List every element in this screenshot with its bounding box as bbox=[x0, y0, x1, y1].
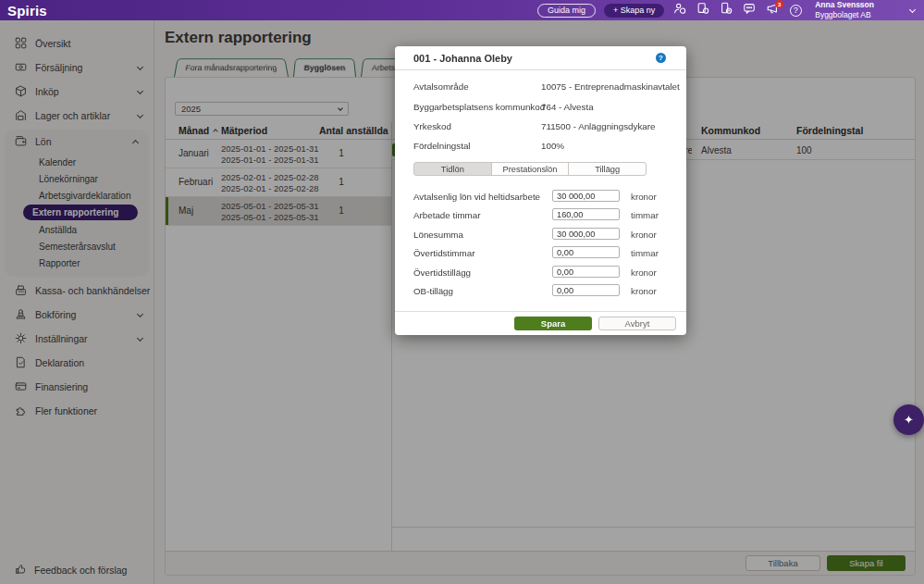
user-search-button[interactable] bbox=[672, 3, 687, 18]
user-menu[interactable]: Anna Svensson Byggbolaget AB bbox=[815, 0, 874, 19]
assistant-fab[interactable]: ✦ bbox=[893, 404, 924, 435]
user-menu-chevron-icon[interactable] bbox=[909, 6, 916, 12]
create-new-button[interactable]: + Skapa ny bbox=[604, 4, 664, 18]
tab-prestationslon[interactable]: Prestationslön bbox=[491, 162, 570, 176]
modal-header: 001 - Johanna Oleby ? bbox=[395, 46, 686, 70]
input-label: OB-tillägg bbox=[413, 286, 453, 296]
tab-tidlon[interactable]: Tidlön bbox=[413, 162, 492, 176]
input-arbetade-timmar[interactable] bbox=[552, 208, 620, 220]
input-lonesumma[interactable] bbox=[552, 228, 620, 240]
modal-footer: Spara Avbryt bbox=[395, 311, 686, 335]
sparkle-icon: ✦ bbox=[904, 413, 914, 427]
field-label: Byggarbetsplatsens kommunkod bbox=[413, 102, 545, 112]
employee-modal: 001 - Johanna Oleby ? Avtalsområde 10075… bbox=[395, 46, 686, 335]
field-value: 711500 - Anläggningsdykare bbox=[541, 121, 655, 131]
field-value: 10075 - Entreprenadmaskinavtalet bbox=[541, 81, 680, 92]
input-unit: kronor bbox=[631, 192, 657, 202]
user-search-icon bbox=[673, 2, 686, 19]
topbar-actions: Guida mig + Skapa ny 3 ? Anna Svensson B… bbox=[537, 0, 917, 19]
info-icon[interactable]: ? bbox=[656, 53, 666, 63]
company-switch-button[interactable] bbox=[696, 3, 710, 18]
input-overtidstimmar[interactable] bbox=[552, 246, 620, 258]
notifications-button[interactable]: 3 bbox=[765, 3, 780, 18]
history-button[interactable] bbox=[719, 3, 733, 18]
notification-badge: 3 bbox=[775, 0, 783, 8]
modal-title: 001 - Johanna Oleby bbox=[413, 53, 512, 64]
tab-tillagg[interactable]: Tillägg bbox=[568, 162, 647, 176]
user-name: Anna Svensson bbox=[815, 0, 874, 10]
input-unit: kronor bbox=[631, 267, 657, 278]
messages-button[interactable] bbox=[742, 3, 757, 18]
user-company: Byggbolaget AB bbox=[815, 10, 874, 20]
input-unit: timmar bbox=[631, 210, 659, 220]
save-button[interactable]: Spara bbox=[514, 317, 592, 330]
field-label: Avtalsområde bbox=[413, 81, 469, 92]
top-bar: Spiris Guida mig + Skapa ny 3 ? Anna Sve… bbox=[0, 0, 924, 20]
input-overtidstillagg[interactable] bbox=[552, 266, 620, 278]
help-button[interactable]: ? bbox=[788, 3, 803, 18]
field-label: Fördelningstal bbox=[413, 141, 471, 151]
input-avtalsenlig-lon[interactable] bbox=[552, 190, 620, 202]
input-label: Avtalsenlig lön vid heltidsarbete bbox=[413, 192, 540, 202]
app-logo: Spiris bbox=[7, 3, 47, 19]
document-badge-icon bbox=[696, 2, 709, 19]
input-unit: kronor bbox=[631, 230, 657, 240]
field-value: 100% bbox=[541, 141, 564, 151]
field-value: 764 - Alvesta bbox=[541, 102, 594, 112]
input-unit: timmar bbox=[631, 248, 659, 258]
input-label: Lönesumma bbox=[413, 230, 463, 240]
device-clock-icon bbox=[720, 2, 733, 19]
modal-tabs: Tidlön Prestationslön Tillägg bbox=[413, 162, 647, 176]
input-unit: kronor bbox=[631, 286, 657, 296]
input-label: Övertidstimmar bbox=[413, 248, 474, 258]
chat-icon bbox=[743, 2, 756, 19]
guide-me-button[interactable]: Guida mig bbox=[537, 4, 596, 18]
input-ob-tillagg[interactable] bbox=[552, 284, 620, 296]
input-label: Arbetade timmar bbox=[413, 210, 480, 220]
cancel-button[interactable]: Avbryt bbox=[598, 317, 676, 330]
help-icon: ? bbox=[790, 5, 802, 17]
field-label: Yrkeskod bbox=[413, 121, 451, 131]
input-label: Övertidstillägg bbox=[413, 267, 471, 278]
